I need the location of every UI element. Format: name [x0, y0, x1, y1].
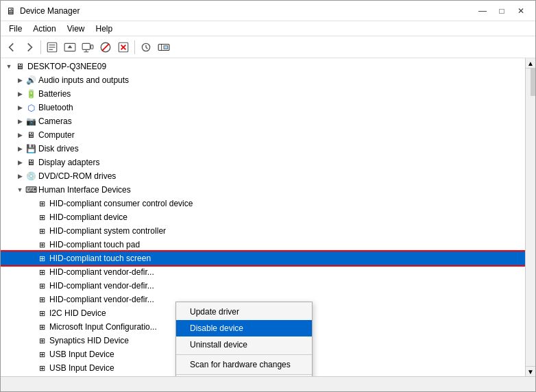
- dvd-icon: 💿: [25, 171, 36, 182]
- hid-i2c-label: I2C HID Device: [49, 308, 106, 318]
- hid-child-0[interactable]: ▶ ⊞ HID-compliant consumer control devic…: [1, 197, 525, 210]
- hid-child-7-icon: ▶: [25, 294, 36, 305]
- minimize-button[interactable]: —: [474, 3, 491, 19]
- disk-item[interactable]: ▶ 💾 Disk drives: [1, 142, 525, 156]
- ctx-uninstall-device[interactable]: Uninstall device: [176, 336, 312, 353]
- batteries-expand-icon: ▶: [14, 88, 25, 99]
- tree-root[interactable]: ▼ 🖥 DESKTOP-Q3NEE09: [1, 60, 525, 73]
- hid-child-2[interactable]: ▶ ⊞ HID-compliant system controller: [1, 224, 525, 238]
- title-bar: 🖥 Device Manager — □ ✕: [1, 1, 535, 21]
- hid-synaptics-dev-icon: ⊞: [36, 335, 47, 346]
- toolbar: [1, 36, 535, 58]
- disk-expand-icon: ▶: [14, 143, 25, 154]
- hid-label: Human Interface Devices: [38, 185, 131, 195]
- display-label: Display adapters: [38, 158, 99, 167]
- hid-child-3-icon: ▶: [25, 239, 36, 250]
- ctx-update-driver[interactable]: Update driver: [176, 304, 312, 320]
- scan-button[interactable]: [138, 39, 154, 56]
- menu-view[interactable]: View: [62, 23, 90, 35]
- hid-child-5[interactable]: ▶ ⊞ HID-compliant vendor-defir...: [1, 265, 525, 279]
- svg-line-10: [102, 43, 109, 50]
- device-icon-button[interactable]: [80, 39, 96, 56]
- usb-2-icon: ⊞: [36, 363, 47, 373]
- cameras-expand-icon: ▶: [14, 116, 25, 127]
- audio-label: Audio inputs and outputs: [38, 75, 129, 85]
- properties-button[interactable]: [44, 39, 60, 56]
- hid-child-1[interactable]: ▶ ⊞ HID-compliant device: [1, 210, 525, 224]
- hid-child-0-icon: ▶: [25, 198, 36, 209]
- scroll-up-button[interactable]: ▲: [526, 58, 536, 69]
- hid-child-5-label: HID-compliant vendor-defir...: [49, 267, 154, 277]
- hid-synaptics-icon: ▶: [25, 335, 36, 346]
- hid-touch-screen-item[interactable]: ▶ ⊞ HID-compliant touch screen: [1, 252, 525, 265]
- context-menu: Update driver Disable device Uninstall d…: [175, 302, 313, 376]
- usb-1-label: USB Input Device: [49, 350, 114, 359]
- computer-icon: 🖥: [14, 61, 25, 72]
- menu-file[interactable]: File: [3, 23, 27, 35]
- ctx-separator-1: [176, 354, 312, 355]
- disable-button[interactable]: [97, 39, 114, 56]
- hid-touch-screen-icon: ⊞: [36, 253, 47, 264]
- display-item[interactable]: ▶ 🖥 Display adapters: [1, 156, 525, 169]
- forward-button[interactable]: [21, 39, 38, 56]
- hid-expand-icon: ▼: [14, 184, 25, 195]
- hid-ms-input-icon: ▶: [25, 321, 36, 332]
- ctx-scan[interactable]: Scan for hardware changes: [176, 356, 312, 373]
- scroll-thumb[interactable]: [531, 69, 535, 96]
- back-button[interactable]: [3, 39, 20, 56]
- computer-label: Computer: [38, 130, 75, 140]
- hid-icon: ⌨: [25, 184, 36, 195]
- hid-child-5-icon: ▶: [25, 267, 36, 278]
- close-button[interactable]: ✕: [512, 3, 530, 19]
- computer-cat-icon: 🖥: [25, 130, 36, 140]
- hid-child-2-icon: ▶: [25, 225, 36, 236]
- audio-item[interactable]: ▶ 🔊 Audio inputs and outputs: [1, 73, 525, 87]
- hid-device-icon-0: ⊞: [36, 198, 47, 209]
- hid-child-6-label: HID-compliant vendor-defir...: [49, 281, 154, 291]
- add-legacy-button[interactable]: [156, 39, 172, 56]
- title-controls: — □ ✕: [474, 3, 530, 19]
- usb-2-expand: ▶: [25, 363, 36, 373]
- maximize-button[interactable]: □: [493, 3, 511, 19]
- toolbar-separator-1: [40, 40, 41, 54]
- hid-child-3[interactable]: ▶ ⊞ HID-compliant touch pad: [1, 238, 525, 252]
- menu-help[interactable]: Help: [90, 23, 119, 35]
- menu-action[interactable]: Action: [27, 23, 61, 35]
- window-title: Device Manager: [20, 6, 80, 16]
- hid-child-7-label: HID-compliant vendor-defir...: [49, 295, 154, 304]
- audio-expand-icon: ▶: [14, 75, 25, 86]
- ctx-disable-device[interactable]: Disable device: [176, 320, 312, 336]
- hid-child-0-label: HID-compliant consumer control device: [49, 199, 193, 208]
- toolbar-separator-2: [134, 40, 135, 54]
- dvd-label: DVD/CD-ROM drives: [38, 171, 116, 181]
- hid-item[interactable]: ▼ ⌨ Human Interface Devices: [1, 183, 525, 197]
- batteries-item[interactable]: ▶ 🔋 Batteries: [1, 87, 525, 101]
- hid-child-1-icon: ▶: [25, 212, 36, 223]
- content-area: ▼ 🖥 DESKTOP-Q3NEE09 ▶ 🔊 Audio inputs and…: [1, 58, 535, 376]
- cameras-icon: 📷: [25, 116, 36, 127]
- hid-child-6-icon: ▶: [25, 280, 36, 291]
- batteries-icon: 🔋: [25, 88, 36, 99]
- cameras-item[interactable]: ▶ 📷 Cameras: [1, 114, 525, 128]
- display-expand-icon: ▶: [14, 157, 25, 168]
- update-driver-button[interactable]: [62, 39, 78, 56]
- usb-1-icon: ⊞: [36, 349, 47, 360]
- hid-i2c-icon: ▶: [25, 308, 36, 319]
- ctx-separator-2: [176, 374, 312, 375]
- disk-label: Disk drives: [38, 144, 79, 154]
- disk-icon: 💾: [25, 143, 36, 154]
- computer-item[interactable]: ▶ 🖥 Computer: [1, 128, 525, 142]
- dvd-item[interactable]: ▶ 💿 DVD/CD-ROM drives: [1, 169, 525, 183]
- hid-touch-screen-label: HID-compliant touch screen: [49, 254, 151, 263]
- hid-ms-dev-icon: ⊞: [36, 321, 47, 332]
- audio-icon: 🔊: [25, 75, 36, 86]
- hid-child-6[interactable]: ▶ ⊞ HID-compliant vendor-defir...: [1, 279, 525, 293]
- status-bar: [1, 376, 535, 391]
- bluetooth-item[interactable]: ▶ ⬡ Bluetooth: [1, 101, 525, 114]
- root-expand-icon: ▼: [3, 61, 14, 72]
- scrollbar[interactable]: ▲ ▼: [525, 58, 535, 376]
- scroll-down-button[interactable]: ▼: [526, 366, 536, 376]
- hid-device-icon-2: ⊞: [36, 225, 47, 236]
- bluetooth-icon: ⬡: [25, 102, 36, 113]
- uninstall-button[interactable]: [115, 39, 132, 56]
